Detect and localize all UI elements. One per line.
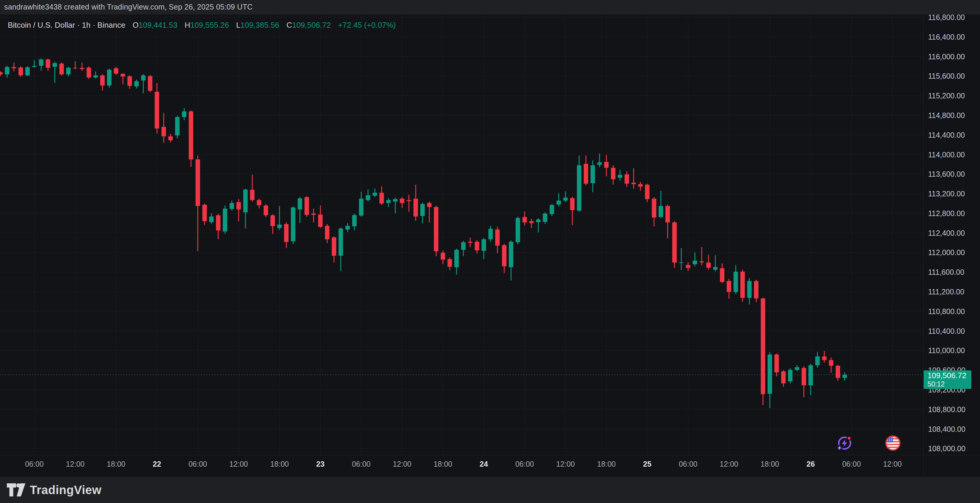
- candle-body: [509, 242, 513, 267]
- candle-body: [604, 162, 609, 168]
- symbol-legend[interactable]: Bitcoin / U.S. Dollar · 1h · Binance O10…: [8, 21, 396, 30]
- time-tick-label: 06:00: [188, 460, 207, 468]
- candle: [182, 108, 186, 120]
- candle-body: [441, 253, 445, 260]
- candle-body: [454, 250, 459, 267]
- candle-body: [277, 225, 282, 228]
- candle-body: [46, 59, 50, 68]
- candle-body: [836, 366, 840, 378]
- candle: [577, 156, 581, 212]
- candle-body: [100, 75, 105, 86]
- candle-body: [175, 117, 180, 136]
- candle-body: [25, 67, 30, 75]
- symbol-title[interactable]: Bitcoin / U.S. Dollar · 1h · Binance: [8, 21, 126, 30]
- candle-wick: [701, 247, 702, 265]
- candle: [659, 191, 663, 218]
- candle: [175, 116, 180, 138]
- candle-wick: [313, 208, 314, 222]
- tradingview-wordmark[interactable]: TradingView: [30, 483, 102, 497]
- candle-body: [563, 198, 568, 200]
- tradingview-logo[interactable]: [6, 483, 25, 497]
- high-value: H109,555.26: [185, 21, 229, 30]
- candle: [475, 240, 479, 253]
- time-tick-label: 06:00: [352, 460, 371, 468]
- price-tick-label: 110,800.00: [928, 307, 965, 316]
- candle: [699, 247, 704, 265]
- low-value: L109,385.56: [236, 21, 280, 30]
- candle-body: [557, 200, 561, 205]
- candle: [345, 223, 350, 232]
- candle: [740, 270, 745, 302]
- candle-body: [733, 272, 738, 292]
- candle: [693, 252, 697, 267]
- time-tick-label: 18:00: [434, 460, 452, 468]
- candle: [189, 110, 193, 167]
- candle: [155, 83, 159, 133]
- chart-canvas[interactable]: 116,800.00116,400.00116,000.00115,600.00…: [0, 0, 980, 503]
- candle: [427, 202, 431, 222]
- change-value: +72.45 (+0.07%): [338, 21, 396, 30]
- candle: [754, 280, 759, 302]
- candle-body: [284, 224, 289, 242]
- candle-body: [325, 226, 329, 239]
- time-axis[interactable]: 06:0012:0018:002206:0012:0018:002306:001…: [25, 460, 902, 468]
- price-tick-label: 112,800.00: [928, 209, 965, 217]
- candle: [645, 184, 649, 202]
- candle: [39, 59, 43, 71]
- candle-body: [243, 189, 248, 212]
- candle-body: [32, 66, 37, 67]
- candle: [570, 197, 575, 225]
- price-tick-label: 108,000.00: [928, 444, 966, 453]
- candle-body: [611, 168, 616, 179]
- candle-body: [264, 206, 268, 216]
- candle: [733, 265, 738, 294]
- last-price-value: 109,506.72: [928, 371, 971, 380]
- candle: [604, 155, 609, 176]
- candle-body: [788, 370, 792, 381]
- candle: [652, 197, 656, 227]
- candle-body: [52, 63, 57, 67]
- candle: [59, 62, 64, 75]
- candle: [611, 165, 616, 185]
- candle: [829, 358, 833, 373]
- footer-bar: TradingView: [0, 477, 980, 503]
- candle-body: [311, 214, 316, 215]
- price-tick-label: 108,400.00: [928, 425, 966, 433]
- candle: [332, 236, 336, 262]
- candle-body: [522, 217, 527, 222]
- candle-wick: [531, 219, 532, 228]
- candle: [400, 197, 404, 208]
- candle-body: [0, 72, 3, 74]
- time-tick-label: 18:00: [760, 460, 779, 468]
- candle-body: [182, 111, 186, 117]
- last-price-label: 109,506.72 50:12: [924, 370, 971, 389]
- candle: [257, 199, 261, 209]
- candle: [66, 67, 71, 76]
- candle: [25, 66, 30, 76]
- candle-body: [270, 215, 275, 226]
- candle: [19, 66, 23, 76]
- candle-body: [550, 205, 554, 214]
- candle-body: [386, 200, 391, 203]
- candle-body: [768, 355, 772, 394]
- candle: [679, 248, 684, 270]
- candle: [121, 73, 125, 84]
- time-tick-label: 06:00: [679, 460, 698, 468]
- time-tick-label: 23: [316, 460, 325, 468]
- candle-body: [420, 204, 425, 216]
- time-tick-label: 18:00: [107, 460, 126, 468]
- candle-body: [543, 214, 547, 222]
- candle: [162, 113, 166, 143]
- candle-body: [407, 200, 411, 201]
- price-tick-label: 111,200.00: [928, 287, 964, 296]
- candle: [808, 364, 813, 395]
- candle-body: [379, 193, 384, 203]
- candle: [414, 185, 418, 221]
- time-tick-label: 06:00: [515, 460, 534, 468]
- candle: [264, 204, 268, 217]
- candle: [836, 365, 840, 381]
- candle: [515, 217, 520, 244]
- candle-body: [196, 159, 200, 206]
- candle: [5, 66, 9, 78]
- price-tick-label: 112,000.00: [928, 248, 965, 257]
